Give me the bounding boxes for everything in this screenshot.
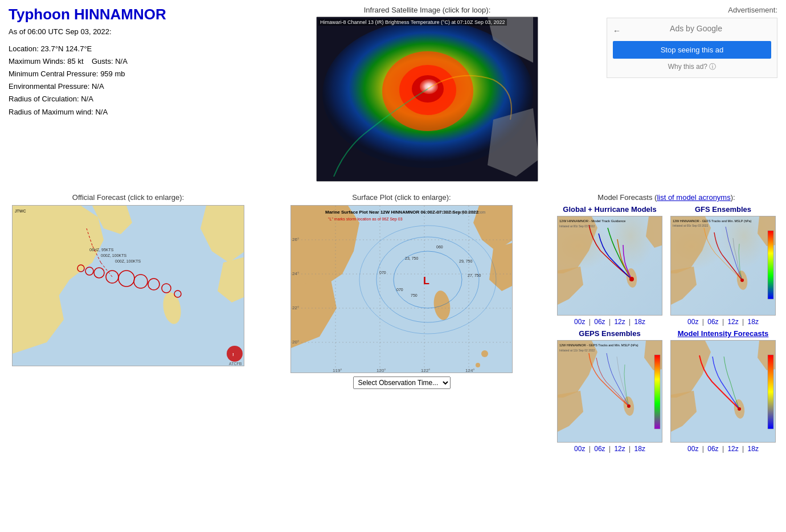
intensity-guidance-image[interactable]	[670, 340, 776, 443]
svg-text:29, 750: 29, 750	[459, 259, 472, 263]
back-arrow-icon[interactable]: ←	[613, 26, 621, 35]
sep11: |	[722, 445, 724, 453]
global-hurricane-links: 00z | 06z | 12z | 18z	[555, 318, 664, 326]
model-forecasts-col: Model Forecasts (list of model acronyms)…	[555, 193, 777, 456]
svg-text:120°: 120°	[376, 368, 386, 373]
gfs-18z-link[interactable]: 18z	[748, 318, 759, 326]
min-pressure-value: 959 mb	[100, 69, 125, 78]
satellite-image[interactable]: Himawari-8 Channel 13 (IR) Brightness Te…	[316, 17, 538, 182]
model-forecasts-title-text: Model Forecasts (	[597, 193, 657, 202]
location-label: Location:	[9, 44, 39, 53]
gusts-value: N/A	[115, 57, 128, 66]
ads-by-google-label: Ads by Google	[621, 24, 771, 33]
env-pressure-value: N/A	[92, 82, 104, 91]
intensity-12z-link[interactable]: 12z	[727, 445, 738, 453]
stop-seeing-button[interactable]: Stop seeing this ad	[613, 41, 771, 59]
svg-text:22°: 22°	[292, 305, 299, 310]
gfs-00z-link[interactable]: 00z	[687, 318, 698, 326]
gfs-ensembles-image[interactable]: 12W HINNAMNOR - GEFS Tracks and Min. MSL…	[670, 216, 776, 316]
svg-point-78	[627, 404, 631, 408]
svg-text:000Z, 100KTS: 000Z, 100KTS	[101, 253, 126, 257]
radius-circ-label: Radius of Circulation:	[9, 95, 79, 103]
surface-plot-map[interactable]: 26° 24° 22° 20° 119° 120° 122° 124° L 07…	[290, 205, 513, 373]
storm-timestamp: As of 06:00 UTC Sep 03, 2022:	[9, 26, 248, 38]
svg-text:750: 750	[411, 293, 417, 297]
storm-info-col: Typhoon HINNAMNOR As of 06:00 UTC Sep 03…	[9, 6, 248, 182]
sep7: |	[589, 445, 591, 453]
svg-text:L: L	[423, 275, 429, 287]
gfs-ensembles-title: GFS Ensembles	[669, 205, 777, 214]
svg-point-63	[629, 277, 634, 281]
global-12z-link[interactable]: 12z	[614, 318, 625, 326]
sep2: |	[609, 318, 611, 326]
global-hurricane-title: Global + Hurricane Models	[555, 205, 664, 214]
surface-plot-title[interactable]: Surface Plot (click to enlarge):	[253, 193, 550, 202]
gfs-12z-link[interactable]: 12z	[727, 318, 738, 326]
storm-radius-max: Radius of Maximum wind: N/A	[9, 106, 248, 118]
geps-ensembles-col: GEPS Ensembles	[555, 329, 664, 453]
why-this-ad-link[interactable]: Why this ad? ⓘ	[613, 62, 771, 72]
radius-circ-value: N/A	[81, 95, 93, 103]
global-18z-link[interactable]: 18z	[634, 318, 645, 326]
gfs-06z-link[interactable]: 06z	[707, 318, 718, 326]
sep1: |	[589, 318, 591, 326]
svg-text:Initiated at 00z Sep 03 2022: Initiated at 00z Sep 03 2022	[673, 224, 708, 227]
model-acronyms-link[interactable]: list of model acronyms	[657, 193, 730, 202]
geps-ensembles-image[interactable]: 12W HINNAMNOR - GEPS Tracks and Min. MSL…	[557, 340, 662, 443]
svg-text:070: 070	[379, 271, 386, 275]
svg-text:119°: 119°	[333, 368, 342, 373]
svg-point-25	[227, 346, 243, 362]
geps-ensembles-links: 00z | 06z | 12z | 18z	[555, 445, 664, 453]
svg-text:27, 750: 27, 750	[468, 273, 481, 277]
svg-text:26°: 26°	[292, 237, 299, 242]
svg-text:12W HINNAMNOR - Model Track Gu: 12W HINNAMNOR - Model Track Guidance	[559, 219, 626, 223]
intensity-18z-link[interactable]: 18z	[748, 445, 759, 453]
svg-text:060: 060	[436, 245, 443, 249]
location-value: 23.7°N 124.7°E	[40, 44, 92, 53]
svg-text:06HZ, 95KTS: 06HZ, 95KTS	[89, 248, 114, 252]
svg-point-72	[740, 279, 744, 282]
sep10: |	[702, 445, 704, 453]
max-winds-label: Maximum Winds:	[9, 57, 66, 66]
model-intensity-link[interactable]: Model Intensity Forecasts	[678, 329, 769, 338]
svg-text:24°: 24°	[292, 271, 299, 276]
official-forecast-col: Official Forecast (click to enlarge):	[9, 193, 248, 456]
storm-radius-circ: Radius of Circulation: N/A	[9, 93, 248, 105]
gfs-ensembles-links: 00z | 06z | 12z | 18z	[669, 318, 777, 326]
global-hurricane-col: Global + Hurricane Models	[555, 205, 664, 326]
global-06z-link[interactable]: 06z	[594, 318, 605, 326]
intensity-guidance-title: Model Intensity Forecasts	[669, 329, 777, 338]
geps-06z-link[interactable]: 06z	[594, 445, 605, 453]
satellite-title[interactable]: Infrared Satellite Image (click for loop…	[253, 6, 601, 14]
obs-time-select[interactable]: Select Observation Time... 06:00Z 07:30Z	[353, 377, 451, 389]
surface-plot-col: Surface Plot (click to enlarge):	[253, 193, 550, 456]
radius-max-label: Radius of Maximum wind:	[9, 108, 93, 116]
global-00z-link[interactable]: 00z	[574, 318, 585, 326]
intensity-00z-link[interactable]: 00z	[687, 445, 698, 453]
sep6: |	[742, 318, 744, 326]
page-wrapper: Typhoon HINNAMNOR As of 06:00 UTC Sep 03…	[0, 0, 786, 532]
svg-rect-69	[768, 231, 773, 299]
svg-text:Initiated at 12z Sep 02 2022: Initiated at 12z Sep 02 2022	[559, 349, 595, 352]
satellite-col: Infrared Satellite Image (click for loop…	[253, 6, 601, 182]
svg-text:124°: 124°	[465, 368, 475, 373]
official-forecast-map[interactable]: JTWC 000Z, 100KTS 000Z, 100KTS 06HZ, 95K…	[12, 205, 244, 366]
model-row-1: Global + Hurricane Models	[555, 205, 777, 326]
svg-text:JTWC: JTWC	[15, 209, 26, 213]
ad-area: ← Ads by Google Stop seeing this ad Why …	[607, 18, 777, 78]
global-hurricane-image[interactable]: 12W HINNAMNOR - Model Track Guidance Ini…	[557, 216, 662, 316]
geps-ensembles-title: GEPS Ensembles	[555, 329, 664, 338]
intensity-06z-link[interactable]: 06z	[707, 445, 718, 453]
svg-text:Initiated at 00z Sep 03 2022: Initiated at 00z Sep 03 2022	[559, 224, 595, 228]
geps-18z-link[interactable]: 18z	[634, 445, 645, 453]
svg-point-82	[738, 407, 741, 411]
geps-00z-link[interactable]: 00z	[574, 445, 585, 453]
svg-text:ATCFB: ATCFB	[229, 362, 242, 366]
geps-12z-link[interactable]: 12z	[614, 445, 625, 453]
sep3: |	[629, 318, 631, 326]
svg-text:122°: 122°	[421, 368, 431, 373]
storm-location: Location: 23.7°N 124.7°E	[9, 43, 248, 55]
svg-point-29	[481, 350, 488, 357]
official-forecast-title[interactable]: Official Forecast (click to enlarge):	[9, 193, 248, 202]
model-forecasts-title-end: ):	[731, 193, 735, 202]
